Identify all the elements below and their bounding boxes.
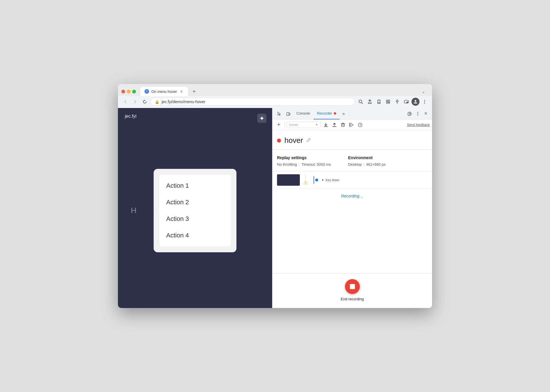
devtools-separator (349, 110, 349, 117)
replay-recording-button[interactable] (348, 121, 356, 129)
list-item[interactable]: Action 2 (159, 194, 231, 211)
tab-close-button[interactable]: × (179, 89, 184, 94)
devtools-close-button[interactable]: × (422, 110, 430, 118)
more-tabs-button[interactable]: » (340, 110, 348, 118)
browser-tab-active[interactable]: On menu hover × (140, 87, 188, 96)
dropdown-arrow-icon: ▼ (315, 123, 318, 126)
address-bar[interactable]: 🔒 jec.fyi/demo/menu-hover (150, 98, 355, 106)
main-area: jec.fyi Action 1 Action 2 Action 3 Actio… (118, 108, 432, 308)
page-content: jec.fyi Action 1 Action 2 Action 3 Actio… (118, 108, 272, 308)
slow-replay-button[interactable] (356, 121, 364, 129)
svg-point-23 (417, 113, 418, 114)
svg-marker-31 (351, 123, 353, 127)
throttling-value: No throttling (277, 162, 297, 167)
delete-recording-button[interactable] (339, 121, 347, 129)
replay-settings-label: Replay settings (277, 155, 331, 160)
devtools-panel: Console Recorder » × (272, 108, 432, 308)
extensions-icon[interactable] (384, 98, 392, 106)
close-window-button[interactable] (121, 90, 125, 93)
minimize-window-button[interactable] (127, 90, 131, 93)
devtools-settings-button[interactable] (406, 110, 414, 118)
step-active-line (314, 176, 314, 184)
edit-recording-name-button[interactable] (306, 138, 311, 143)
refresh-button[interactable] (141, 98, 149, 106)
search-icon[interactable] (357, 98, 365, 106)
chrome-menu-icon[interactable] (421, 98, 429, 106)
step-line-indicator (314, 176, 318, 184)
recording-status-text: Recording… (341, 194, 364, 198)
key-down-step[interactable]: Key down (322, 178, 339, 182)
import-recording-button[interactable] (330, 121, 338, 129)
svg-rect-5 (386, 102, 388, 103)
end-recording-label: End recording (341, 297, 364, 301)
list-item[interactable]: Action 4 (159, 227, 231, 244)
devtools-device-icon[interactable] (284, 109, 293, 118)
svg-rect-27 (342, 124, 344, 127)
toolbar-separator (284, 122, 285, 128)
browser-toolbar-icons (357, 98, 429, 106)
page-center: Action 1 Action 2 Action 3 Action 4 H e! (125, 119, 265, 302)
recording-name-label: hover (284, 136, 303, 145)
pip-icon[interactable] (402, 98, 410, 106)
end-recording-button[interactable] (345, 279, 360, 294)
step-thumbnail (277, 174, 300, 186)
viewport-value: 461×660 px (366, 162, 386, 167)
tab-title: On menu hover (151, 89, 177, 94)
tab-recorder[interactable]: Recorder (314, 108, 340, 119)
recording-title-row: hover (272, 130, 432, 150)
desktop-value: Desktop (348, 162, 362, 167)
address-text: jec.fyi/demo/menu-hover (162, 99, 351, 104)
svg-rect-19 (287, 113, 289, 115)
steps-area: ⚠ Key down Recording… (272, 171, 432, 273)
new-tab-button[interactable]: + (190, 87, 198, 95)
menu-card: Action 1 Action 2 Action 3 Action 4 (154, 169, 236, 252)
svg-point-22 (417, 112, 418, 113)
svg-rect-6 (388, 102, 390, 103)
list-item[interactable]: Action 3 (159, 211, 231, 227)
share-icon[interactable] (366, 98, 374, 106)
export-recording-button[interactable] (322, 121, 330, 129)
devtools-select-icon[interactable] (275, 109, 284, 118)
title-bar: On menu hover × + ⌄ 🔒 jec.fyi/demo/menu-… (118, 84, 432, 108)
svg-point-0 (145, 90, 148, 93)
svg-point-21 (409, 113, 411, 114)
list-item[interactable]: Action 1 (159, 177, 231, 194)
timeout-value: Timeout: 5000 ms (301, 162, 331, 167)
tab-console[interactable]: Console (293, 108, 314, 119)
bookmark-icon[interactable] (375, 98, 383, 106)
svg-line-2 (362, 103, 363, 104)
maximize-window-button[interactable] (132, 90, 136, 93)
svg-rect-3 (386, 100, 388, 101)
profile-icon[interactable] (412, 98, 419, 106)
table-row: ⚠ Key down (272, 171, 432, 189)
svg-rect-9 (406, 102, 408, 103)
recording-dot-indicator (277, 139, 281, 143)
svg-rect-20 (289, 113, 290, 115)
recorder-action-icons (322, 121, 364, 129)
step-dot (315, 179, 318, 181)
tab-overflow-button[interactable]: ⌄ (418, 89, 429, 94)
back-button[interactable] (121, 98, 129, 106)
devtools-tabs-header: Console Recorder » × (272, 108, 432, 119)
pin-icon[interactable] (393, 98, 401, 106)
console-tab-label: Console (296, 111, 310, 115)
recorder-tab-label: Recorder (317, 111, 332, 115)
svg-point-11 (424, 100, 425, 101)
svg-rect-4 (388, 100, 390, 101)
tab-row: On menu hover × + ⌄ (118, 84, 432, 96)
recording-dropdown-value: hover (289, 123, 298, 127)
end-recording-area: End recording (272, 273, 432, 308)
svg-point-12 (424, 101, 425, 102)
send-feedback-link[interactable]: Send feedback (407, 123, 430, 127)
recording-status: Recording… (272, 189, 432, 203)
recorder-toolbar: + hover ▼ (272, 119, 432, 130)
environment-column: Environment Desktop | 461×660 px (348, 155, 386, 167)
stop-icon (350, 284, 355, 289)
replay-settings-values: No throttling | Timeout: 5000 ms (277, 162, 331, 167)
recording-selector-dropdown[interactable]: hover ▼ (286, 121, 321, 128)
forward-button[interactable] (131, 98, 139, 106)
browser-window: On menu hover × + ⌄ 🔒 jec.fyi/demo/menu-… (118, 84, 432, 308)
add-recording-button[interactable]: + (275, 121, 283, 129)
environment-values: Desktop | 461×660 px (348, 162, 386, 167)
devtools-more-button[interactable] (414, 110, 422, 118)
